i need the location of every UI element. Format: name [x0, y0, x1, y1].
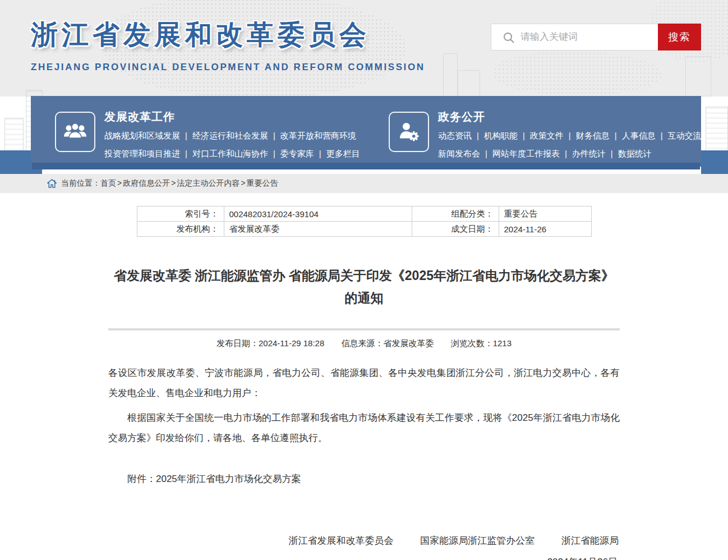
nav-section-development-reform: 发展改革工作 战略规划和区域发展经济运行和社会发展改革开放和营商环境 投资管理和… [55, 109, 360, 167]
main-content: 索引号： 002482031/2024-39104 组配分类： 重要公告 发布机… [0, 193, 728, 560]
signature-line: 浙江省发展和改革委员会 国家能源局浙江监管办公室 浙江省能源局 [108, 534, 620, 547]
publish-info-line: 发布日期：2024-11-29 18:28 信息来源：省发展改革委 浏览次数：1… [108, 338, 620, 349]
search-button[interactable]: 搜索 [658, 24, 701, 51]
info-source: 信息来源：省发展改革委 [341, 338, 434, 348]
table-row: 发布机构： 省发展改革委 成文日期： 2024-11-26 [137, 222, 591, 237]
nav-links-row: 新闻发布会网站年度工作报表办件统计数据统计 [438, 149, 702, 159]
nav-link[interactable]: 更多栏目 [326, 149, 360, 158]
breadcrumb-item-info-disclosure[interactable]: 政府信息公开 [123, 178, 177, 189]
page: 浙江省发展和改革委员会 ZHEJIANG PROVINCIAL DEVELOPM… [0, 0, 728, 560]
title-divider [108, 328, 620, 331]
meta-date-value: 2024-11-26 [499, 222, 591, 237]
site-search: 搜索 [491, 24, 701, 51]
breadcrumb-item-important-notices[interactable]: 重要公告 [247, 178, 278, 189]
nav-link[interactable]: 委专家库 [280, 149, 326, 158]
nav-link[interactable]: 数据统计 [618, 149, 652, 158]
worldmap-dots-decoration [494, 52, 662, 95]
attachment-label: 附件： [127, 474, 156, 484]
nav-section-government-affairs: 政务公开 动态资讯机构职能政策文件财务信息人事信息互动交流 新闻发布会网站年度工… [389, 109, 702, 167]
breadcrumb-prefix: 当前位置： [61, 178, 100, 189]
nav-link[interactable]: 对口工作和山海协作 [192, 149, 280, 158]
nav-links-row: 投资管理和项目推进对口工作和山海协作委专家库更多栏目 [104, 149, 360, 159]
search-input[interactable] [491, 24, 658, 50]
article: 省发展改革委 浙江能源监管办 省能源局关于印发《2025年浙江省电力市场化交易方… [108, 264, 620, 560]
nav-link[interactable]: 办件统计 [572, 149, 618, 158]
signature-date: 2024年11月26日 [108, 556, 620, 560]
nav-links-row: 战略规划和区域发展经济运行和社会发展改革开放和营商环境 [104, 131, 360, 141]
meta-agency-value: 省发展改革委 [224, 222, 412, 237]
site-title: 浙江省发展和改革委员会 [31, 17, 425, 53]
article-body: 各设区市发展改革委、宁波市能源局，省电力公司、省能源集团、各中央发电集团浙江分公… [108, 363, 620, 448]
nav-link[interactable]: 财务信息 [576, 131, 622, 140]
meta-index-label: 索引号： [137, 206, 224, 222]
home-icon[interactable] [47, 179, 57, 188]
site-subtitle: ZHEJIANG PROVINCIAL DEVELOPMENT AND REFO… [31, 62, 425, 73]
site-logo[interactable]: 浙江省发展和改革委员会 ZHEJIANG PROVINCIAL DEVELOPM… [31, 17, 425, 73]
site-header: 浙江省发展和改革委员会 ZHEJIANG PROVINCIAL DEVELOPM… [0, 0, 728, 97]
main-nav-band: 发展改革工作 战略规划和区域发展经济运行和社会发展改革开放和营商环境 投资管理和… [31, 96, 701, 163]
search-icon [503, 31, 515, 46]
nav-link[interactable]: 新闻发布会 [438, 149, 492, 158]
nav-link[interactable]: 互动交流 [668, 131, 702, 140]
nav-link[interactable]: 政策文件 [530, 131, 576, 140]
nav-link[interactable]: 机构职能 [484, 131, 530, 140]
breadcrumb: 当前位置： 首页政府信息公开法定主动公开内容重要公告 [0, 174, 728, 193]
signature-org: 国家能源局浙江监管办公室 [420, 535, 535, 546]
meta-category-label: 组配分类： [412, 206, 499, 222]
nav-title-government-affairs[interactable]: 政务公开 [438, 109, 702, 125]
attachment-line: 附件：2025年浙江省电力市场化交易方案 [108, 471, 620, 488]
nav-link[interactable]: 战略规划和区域发展 [104, 131, 192, 140]
meta-date-label: 成文日期： [412, 222, 499, 237]
nav-link[interactable]: 投资管理和项目推进 [104, 149, 192, 158]
publish-date: 发布日期：2024-11-29 18:28 [216, 338, 324, 348]
document-meta-table: 索引号： 002482031/2024-39104 组配分类： 重要公告 发布机… [137, 206, 592, 237]
nav-title-development-reform-work[interactable]: 发展改革工作 [104, 109, 360, 125]
nav-links-row: 动态资讯机构职能政策文件财务信息人事信息互动交流 [438, 131, 702, 141]
breadcrumb-item-statutory-content[interactable]: 法定主动公开内容 [177, 178, 246, 189]
article-paragraph: 根据国家关于全国统一电力市场的工作部署和我省电力市场体系建设有关工作要求，现将《… [108, 408, 620, 448]
attachment-link[interactable]: 2025年浙江省电力市场化交易方案 [156, 474, 301, 484]
people-group-icon [55, 112, 95, 152]
breadcrumb-item-home[interactable]: 首页 [100, 178, 123, 189]
nav-link[interactable]: 人事信息 [622, 131, 668, 140]
person-gear-icon [389, 112, 429, 152]
signature-org: 浙江省能源局 [561, 535, 619, 546]
nav-link[interactable]: 改革开放和营商环境 [280, 131, 356, 140]
meta-index-value: 002482031/2024-39104 [224, 206, 412, 222]
nav-link[interactable]: 经济运行和社会发展 [192, 131, 280, 140]
meta-category-value: 重要公告 [499, 206, 591, 222]
meta-agency-label: 发布机构： [137, 222, 224, 237]
nav-link[interactable]: 网站年度工作报表 [492, 149, 572, 158]
view-count: 浏览次数：1213 [451, 338, 512, 348]
page-title: 省发展改革委 浙江能源监管办 省能源局关于印发《2025年浙江省电力市场化交易方… [108, 264, 620, 309]
signature-org: 浙江省发展和改革委员会 [289, 535, 394, 546]
article-paragraph: 各设区市发展改革委、宁波市能源局，省电力公司、省能源集团、各中央发电集团浙江分公… [108, 363, 620, 403]
table-row: 索引号： 002482031/2024-39104 组配分类： 重要公告 [137, 206, 591, 222]
nav-link[interactable]: 动态资讯 [438, 131, 484, 140]
